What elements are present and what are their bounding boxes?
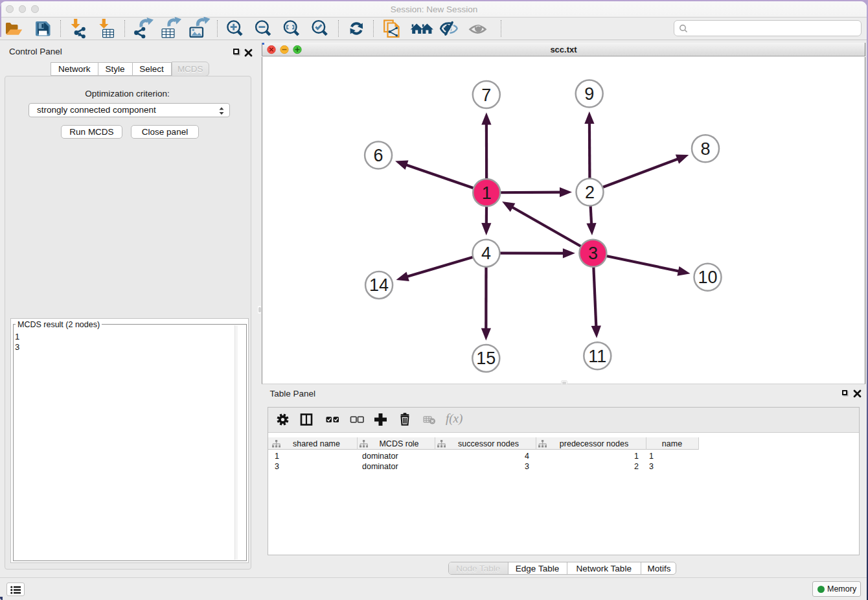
svg-text:6: 6 <box>373 146 383 165</box>
svg-text:11: 11 <box>588 347 606 366</box>
svg-text:10: 10 <box>698 268 717 287</box>
svg-text:14: 14 <box>369 275 389 295</box>
svg-text:9: 9 <box>584 84 594 104</box>
svg-text:2: 2 <box>584 183 594 202</box>
svg-text:4: 4 <box>481 244 490 263</box>
svg-text:15: 15 <box>476 349 496 368</box>
svg-text:7: 7 <box>481 86 491 105</box>
svg-text:3: 3 <box>588 244 597 263</box>
svg-text:8: 8 <box>700 139 710 159</box>
svg-text:1: 1 <box>481 183 491 203</box>
